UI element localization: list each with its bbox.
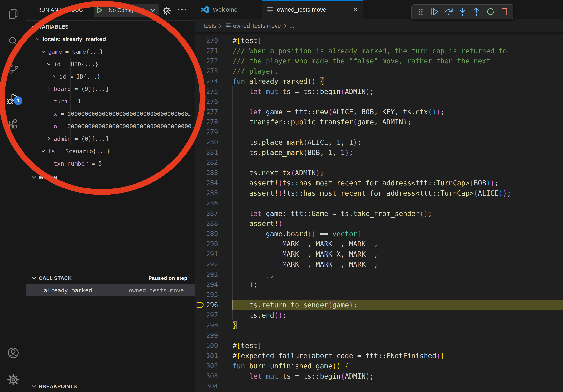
line-number[interactable]: 299: [195, 330, 218, 341]
variable-row[interactable]: turn = 1: [26, 95, 195, 108]
line-number[interactable]: 293: [195, 269, 218, 280]
line-number[interactable]: 274: [195, 76, 218, 86]
code-line[interactable]: 287 let game: ttt::Game = ts.take_from_s…: [195, 209, 563, 219]
chevron-down-icon[interactable]: [47, 62, 51, 66]
variable-row[interactable]: admin = (0)[...]: [26, 133, 195, 145]
chevron-down-icon[interactable]: [41, 50, 45, 54]
variable-row[interactable]: id = ID{...}: [26, 70, 195, 83]
line-number[interactable]: 295: [195, 290, 218, 300]
code-line[interactable]: 300#[test]: [195, 340, 563, 351]
settings-gear-icon[interactable]: [0, 373, 26, 387]
extensions-icon[interactable]: [0, 117, 26, 131]
line-number[interactable]: 289: [195, 229, 218, 239]
code-line[interactable]: 301#[expected_failure(abort_code = ttt::…: [195, 351, 563, 361]
step-out-button[interactable]: [471, 7, 482, 17]
code-line[interactable]: 272/// the player who made the "false" m…: [195, 56, 563, 66]
drag-grip-icon[interactable]: [415, 7, 426, 17]
continue-button[interactable]: [429, 7, 440, 17]
step-over-button[interactable]: [443, 7, 454, 17]
line-number[interactable]: 288: [195, 219, 218, 229]
line-number[interactable]: 297: [195, 310, 218, 320]
line-number[interactable]: 278: [195, 117, 218, 127]
variable-row[interactable]: id = UID{...}: [26, 58, 195, 70]
breakpoints-section-header[interactable]: BREAKPOINTS: [26, 381, 195, 392]
code-line[interactable]: 298}: [195, 320, 563, 330]
line-number[interactable]: 304: [195, 381, 218, 392]
line-number[interactable]: 284: [195, 178, 218, 188]
code-line[interactable]: 297 ts.end();: [195, 310, 563, 320]
line-number[interactable]: 287: [195, 209, 218, 219]
chevron-right-icon[interactable]: [52, 74, 56, 79]
code-line[interactable]: 271/// When a position is already marked…: [195, 46, 563, 56]
line-number[interactable]: 301: [195, 351, 218, 361]
line-number[interactable]: 275: [195, 86, 218, 97]
variables-scope-row[interactable]: locals: already_marked: [26, 33, 195, 46]
line-number[interactable]: 271: [195, 46, 218, 56]
source-control-icon[interactable]: [0, 62, 26, 76]
code-line[interactable]: 284 assert!(ts::has_most_recent_for_addr…: [195, 178, 563, 188]
variable-row[interactable]: game = Game{...}: [26, 46, 195, 58]
code-line[interactable]: 302fun burn_unfinished_game() {: [195, 361, 563, 371]
line-number[interactable]: 302: [195, 361, 218, 371]
line-number[interactable]: 280: [195, 137, 218, 147]
code-line[interactable]: 280 ts.place_mark(ALICE, 1, 1);: [195, 137, 563, 147]
code-line[interactable]: 299: [195, 330, 563, 341]
chevron-right-icon[interactable]: [47, 87, 51, 91]
line-number[interactable]: 279: [195, 127, 218, 137]
chevron-right-icon[interactable]: [47, 137, 51, 141]
code-line[interactable]: 275 let mut ts = ts::begin(ADMIN);: [195, 86, 563, 97]
code-line[interactable]: 285 assert!(!ts::has_most_recent_for_add…: [195, 188, 563, 198]
restart-button[interactable]: [485, 7, 496, 17]
code-line[interactable]: 277 let game = ttt::new(ALICE, BOB, KEY,…: [195, 107, 563, 117]
debug-config-dropdown[interactable]: No Configurati: [93, 3, 159, 17]
search-icon[interactable]: [0, 34, 26, 49]
explorer-icon[interactable]: [0, 6, 26, 21]
variable-row[interactable]: o = 000000000000000000000000000000000000…: [26, 120, 195, 133]
line-number[interactable]: 272: [195, 56, 218, 66]
watch-section-header[interactable]: WATCH: [26, 171, 195, 183]
code-line[interactable]: 288 assert!(: [195, 219, 563, 229]
line-number[interactable]: 270: [195, 36, 218, 46]
chevron-down-icon[interactable]: [36, 37, 40, 41]
line-number[interactable]: 286: [195, 198, 218, 209]
call-stack-frame-row[interactable]: already_marked owned_tests.move: [26, 284, 195, 297]
call-stack-section-header[interactable]: CALL STACK Paused on step: [26, 272, 195, 284]
line-number[interactable]: 285: [195, 188, 218, 198]
line-number[interactable]: 282: [195, 157, 218, 168]
step-into-button[interactable]: [457, 7, 468, 17]
line-number[interactable]: 281: [195, 147, 218, 158]
line-number[interactable]: 276: [195, 96, 218, 107]
variable-row[interactable]: ts = Scenario{...}: [26, 145, 195, 157]
code-line[interactable]: 296 ts.return_to_sender(game);: [195, 300, 563, 310]
line-number[interactable]: 283: [195, 168, 218, 178]
line-number[interactable]: 291: [195, 249, 218, 259]
code-line[interactable]: 304: [195, 381, 563, 392]
code-area[interactable]: 270#[test]271/// When a position is alre…: [195, 0, 563, 392]
code-line[interactable]: 274fun already_marked() {: [195, 76, 563, 86]
line-number[interactable]: 292: [195, 259, 218, 269]
line-number[interactable]: 273: [195, 66, 218, 76]
chevron-down-icon[interactable]: [41, 149, 45, 153]
code-line[interactable]: 276: [195, 96, 563, 107]
line-number[interactable]: 300: [195, 340, 218, 351]
code-line[interactable]: 279: [195, 127, 563, 137]
code-line[interactable]: 295: [195, 290, 563, 300]
run-and-debug-icon[interactable]: [0, 91, 26, 105]
variable-row[interactable]: txn_number = 5: [26, 157, 195, 170]
variables-section-header[interactable]: VARIABLES: [26, 21, 195, 33]
line-number[interactable]: 277: [195, 107, 218, 117]
code-line[interactable]: 273/// player.: [195, 66, 563, 76]
code-line[interactable]: 291 MARK__, MARK_X, MARK__,: [195, 249, 563, 259]
more-actions-icon[interactable]: [177, 8, 187, 12]
line-number[interactable]: 296: [195, 300, 218, 310]
code-line[interactable]: 290 MARK__, MARK__, MARK__,: [195, 239, 563, 249]
line-number[interactable]: 294: [195, 279, 218, 290]
line-number[interactable]: 298: [195, 320, 218, 330]
variable-row[interactable]: x = 00000000000000000000000000000000000…: [26, 108, 195, 120]
code-line[interactable]: 283 ts.next_tx(ADMIN);: [195, 168, 563, 178]
code-line[interactable]: 278 transfer::public_transfer(game, ADMI…: [195, 117, 563, 127]
line-number[interactable]: 290: [195, 239, 218, 249]
code-line[interactable]: 270#[test]: [195, 36, 563, 46]
code-line[interactable]: 289 game.board() == vector[: [195, 229, 563, 239]
code-line[interactable]: 293 ],: [195, 269, 563, 280]
